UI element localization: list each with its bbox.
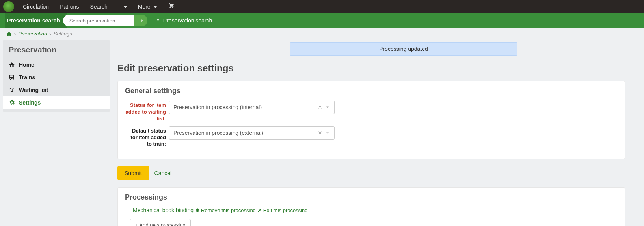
select-value: Preservation in processing (internal) [173,104,318,110]
sidebar-item-home[interactable]: Home [3,58,110,71]
train-icon [9,74,15,80]
clear-icon[interactable] [318,105,322,110]
arrow-right-icon [138,18,143,23]
select-train-status[interactable]: Preservation in processing (external) [169,126,335,140]
trash-icon [195,208,200,213]
search-input[interactable] [63,15,146,26]
form-row-waiting-status: Status for item added to waiting list: P… [125,101,618,122]
caret-down-icon [154,6,157,8]
recycle-icon [9,87,15,93]
field-label-waiting-status: Status for item added to waiting list: [125,101,169,122]
brand-logo-icon[interactable] [3,1,14,12]
clear-icon[interactable] [318,131,322,135]
plus-icon: + [135,222,138,226]
form-actions: Submit Cancel [117,166,625,180]
remove-processing-link[interactable]: Remove this processing [195,207,256,213]
cart-button[interactable] [162,0,181,13]
processing-row: Mechanical book binding Remove this proc… [133,207,618,213]
chevron-down-icon [325,131,330,135]
sidebar-item-settings[interactable]: Settings [3,96,110,109]
sidebar-item-trains[interactable]: Trains [3,71,110,84]
add-processing-button[interactable]: + Add new processing [130,219,191,226]
nav-patrons[interactable]: Patrons [54,0,84,13]
chevron-down-icon [325,105,330,110]
home-icon [9,62,15,68]
nav-caret-dropdown[interactable] [117,0,132,13]
main-content: Processing updated Edit preservation set… [117,40,641,226]
breadcrumb-separator: › [49,31,51,37]
select-value: Preservation in processing (external) [173,130,318,136]
sidebar-item-label: Trains [19,74,35,80]
search-bar: Preservation search Preservation search [0,13,644,28]
preservation-search-link[interactable]: Preservation search [155,17,212,24]
field-label-train-status: Default status for item added to train: [125,126,169,148]
panel-title: Processings [125,193,618,202]
page-title: Edit preservation settings [117,63,625,74]
form-row-train-status: Default status for item added to train: … [125,126,618,148]
sidebar-title: Preservation [3,40,110,58]
sidebar-item-label: Waiting list [19,87,48,93]
general-settings-panel: General settings Status for item added t… [117,81,625,159]
select-waiting-status[interactable]: Preservation in processing (internal) [169,101,335,114]
search-context-label: Preservation search [5,13,67,28]
sidebar: Preservation Home Trains Waiting list Se… [3,40,110,112]
alert-message: Processing updated [290,42,517,56]
edit-processing-link[interactable]: Edit this processing [257,207,308,213]
breadcrumb-separator: › [14,31,16,37]
sidebar-item-label: Home [19,62,34,68]
gear-icon [9,99,15,106]
caret-down-icon [124,6,127,8]
top-nav: Circulation Patrons Search More [0,0,644,13]
breadcrumb-current: Settings [54,31,72,37]
processing-name[interactable]: Mechanical book binding [133,207,194,213]
processings-panel: Processings Mechanical book binding Remo… [117,187,625,226]
panel-title: General settings [125,87,618,95]
nav-separator [115,2,115,11]
sidebar-item-waiting-list[interactable]: Waiting list [3,84,110,96]
submit-button[interactable]: Submit [117,166,149,180]
sidebar-item-label: Settings [19,99,41,106]
nav-more[interactable]: More [132,0,162,13]
pencil-icon [257,208,262,213]
home-icon[interactable] [6,31,12,37]
breadcrumb-preservation[interactable]: Preservation [18,31,47,37]
nav-circulation[interactable]: Circulation [17,0,54,13]
cancel-link[interactable]: Cancel [154,170,172,176]
upload-icon [155,18,161,23]
nav-search[interactable]: Search [84,0,113,13]
search-input-wrap [63,15,147,26]
cart-icon [168,2,175,9]
search-submit-button[interactable] [134,15,147,26]
breadcrumb: › Preservation › Settings [0,28,644,40]
